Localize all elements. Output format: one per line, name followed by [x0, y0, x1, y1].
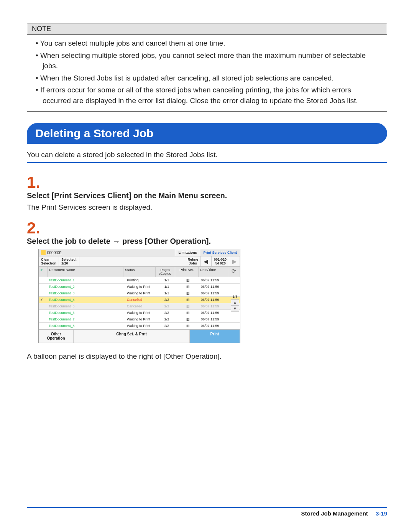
- row-check[interactable]: [39, 284, 47, 290]
- row-check[interactable]: [39, 310, 47, 316]
- row-datetime: 06/07 11:59: [199, 284, 228, 290]
- table-row[interactable]: TestDocument_5Cancelled2/2▥06/07 11:59: [39, 303, 240, 310]
- table-row[interactable]: ✔TestDocument_4Cancelled2/2▥06/07 11:59: [39, 297, 240, 303]
- after-screenshot-text: A balloon panel is displayed to the righ…: [27, 352, 387, 361]
- row-name: TestDocument_8: [47, 323, 125, 329]
- row-status: Printing: [125, 277, 157, 283]
- row-datetime: 06/07 11:59: [199, 303, 228, 309]
- note-box: NOTE • You can select multiple jobs and …: [27, 23, 387, 112]
- section-intro: You can delete a stored job selected in …: [27, 151, 387, 159]
- table-row[interactable]: TestDocument_3Waiting to Print1/1▥06/07 …: [39, 290, 240, 297]
- row-name: TestDocument_1: [47, 277, 125, 283]
- row-check[interactable]: [39, 290, 47, 296]
- page-footer: Stored Job Management 3-19: [27, 507, 387, 517]
- row-datetime: 06/07 11:59: [199, 316, 228, 322]
- step-1-number: 1.: [27, 174, 387, 190]
- row-pages: 2/2: [157, 310, 176, 316]
- ss-user: 0000001: [39, 249, 175, 256]
- row-status: Cancelled: [125, 297, 157, 303]
- row-name: TestDocument_3: [47, 290, 125, 296]
- row-pages: 2/2: [157, 323, 176, 329]
- step-1-desc: The Print Services screen is displayed.: [27, 203, 387, 212]
- row-check[interactable]: ✔: [39, 297, 47, 303]
- step-1-title: Select [Print Services Client] on the Ma…: [27, 191, 387, 200]
- row-name: TestDocument_6: [47, 310, 125, 316]
- row-datetime: 06/07 11:59: [199, 290, 228, 296]
- refine-jobs-button[interactable]: Refine Jobs: [185, 256, 201, 266]
- row-status: Waiting to Print: [125, 284, 157, 290]
- row-name: TestDocument_2: [47, 284, 125, 290]
- row-name: TestDocument_7: [47, 316, 125, 322]
- other-operation-button[interactable]: Other Operation: [39, 330, 74, 343]
- row-pset-icon: ▥: [176, 277, 199, 283]
- row-check[interactable]: [39, 316, 47, 322]
- row-pset-icon: ▥: [176, 316, 199, 322]
- sort-check-icon[interactable]: ✔: [39, 267, 48, 277]
- note-item-1: When selecting multiple stored jobs, you…: [40, 51, 366, 70]
- row-pages: 2/2: [157, 303, 176, 309]
- row-pset-icon: ▥: [176, 323, 199, 329]
- note-item-2: When the Stored Jobs list is updated aft…: [40, 74, 334, 82]
- row-pset-icon: ▥: [176, 310, 199, 316]
- page-counter: 1/3: [231, 294, 239, 299]
- row-pset-icon: ▥: [176, 284, 199, 290]
- row-check[interactable]: [39, 323, 47, 329]
- page-range: 001-020 /of 020: [212, 256, 229, 266]
- table-row[interactable]: TestDocument_2Waiting to Print1/1▥06/07 …: [39, 284, 240, 290]
- table-row[interactable]: TestDocument_6Waiting to Print2/2▥06/07 …: [39, 310, 240, 316]
- note-item-0: You can select multiple jobs and cancel …: [40, 39, 225, 47]
- scroll-up-icon[interactable]: ▲: [231, 299, 239, 305]
- limitations-button[interactable]: Limitations: [175, 249, 200, 256]
- table-row[interactable]: TestDocument_1Printing1/1▥06/07 11:59: [39, 277, 240, 284]
- row-pages: 1/1: [157, 284, 176, 290]
- ss-branding: Print Services Client: [200, 249, 240, 256]
- row-status: Waiting to Print: [125, 290, 157, 296]
- next-page-button[interactable]: ▶: [229, 256, 240, 266]
- col-dt[interactable]: Date/Time: [199, 267, 228, 277]
- column-headers: ✔ Document Name Status Pages /Copies Pri…: [39, 267, 240, 277]
- row-datetime: 06/07 11:59: [199, 310, 228, 316]
- col-name[interactable]: Document Name: [48, 267, 123, 277]
- row-status: Waiting to Print: [125, 316, 157, 322]
- ss-user-id: 0000001: [47, 251, 62, 255]
- row-status: Waiting to Print: [125, 323, 157, 329]
- row-check[interactable]: [39, 277, 47, 283]
- row-pages: 1/1: [157, 277, 176, 283]
- selected-counter: Selected: 1/20: [59, 256, 79, 266]
- section-heading: Deleting a Stored Job: [27, 123, 387, 144]
- chng-set-prnt-button[interactable]: Chng Set. & Prnt: [74, 330, 190, 343]
- row-pages: 2/2: [157, 297, 176, 303]
- footer-page: 3-19: [376, 510, 387, 517]
- refresh-icon[interactable]: ⟳: [228, 267, 240, 277]
- row-status: Cancelled: [125, 303, 157, 309]
- col-status[interactable]: Status: [123, 267, 156, 277]
- user-icon: [41, 250, 46, 255]
- note-title: NOTE: [27, 23, 387, 35]
- col-pages[interactable]: Pages /Copies: [156, 267, 175, 277]
- table-row[interactable]: TestDocument_8Waiting to Print2/2▥06/07 …: [39, 323, 240, 329]
- row-pages: 2/2: [157, 316, 176, 322]
- row-pset-icon: ▥: [176, 297, 199, 303]
- row-pset-icon: ▥: [176, 303, 199, 309]
- row-pages: 1/1: [157, 290, 176, 296]
- table-row[interactable]: TestDocument_7Waiting to Print2/2▥06/07 …: [39, 316, 240, 323]
- prev-page-button[interactable]: ◀: [201, 256, 212, 266]
- row-datetime: 06/07 11:59: [199, 323, 228, 329]
- print-button[interactable]: Print: [190, 330, 240, 343]
- note-item-3: If errors occur for some or all of the s…: [40, 86, 358, 105]
- divider: [27, 162, 387, 163]
- row-status: Waiting to Print: [125, 310, 157, 316]
- embedded-screenshot: 0000001 Limitations Print Services Clien…: [38, 249, 240, 343]
- col-pset[interactable]: Print Set.: [175, 267, 199, 277]
- clear-selection-button[interactable]: Clear Selection: [39, 256, 59, 266]
- scroll-down-icon[interactable]: ▼: [231, 305, 239, 312]
- row-datetime: 06/07 11:59: [199, 297, 228, 303]
- footer-section: Stored Job Management: [301, 510, 368, 517]
- step-2-title: Select the job to delete → press [Other …: [27, 237, 387, 246]
- row-pset-icon: ▥: [176, 290, 199, 296]
- row-name: TestDocument_5: [47, 303, 125, 309]
- row-check[interactable]: [39, 303, 47, 309]
- step-2-number: 2.: [27, 220, 387, 236]
- row-datetime: 06/07 11:59: [199, 277, 228, 283]
- row-name: TestDocument_4: [47, 297, 125, 303]
